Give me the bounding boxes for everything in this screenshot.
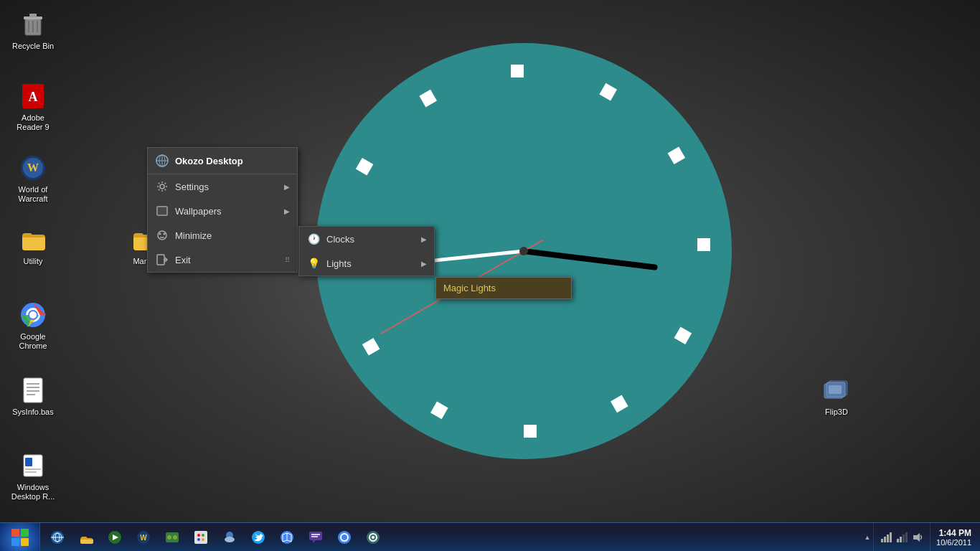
utility-folder-icon (19, 225, 47, 254)
svg-rect-2 (29, 14, 37, 17)
desktop: Recycle Bin A Adobe Reader 9 W World of … (0, 0, 980, 522)
svg-rect-58 (21, 529, 29, 537)
taskbar-clock[interactable]: 1:44 PM 10/6/2011 (930, 523, 977, 551)
menu-item-magic-lights[interactable]: Magic Lights (436, 278, 571, 298)
windesk-label: Windows Desktop R... (10, 483, 56, 501)
exit-grid-icon: ⠿ (285, 256, 290, 264)
clocks-label: Clocks (326, 234, 354, 245)
taskbar-chrome-taskbar-icon[interactable] (331, 524, 358, 550)
svg-point-73 (197, 534, 200, 537)
svg-rect-31 (697, 238, 710, 251)
svg-rect-27 (829, 385, 842, 394)
windesk-icon (19, 451, 47, 480)
svg-rect-55 (157, 255, 164, 265)
menu-title[interactable]: Okozo Desktop (148, 148, 297, 174)
menu-item-exit[interactable]: Exit ⠿ (148, 248, 297, 272)
svg-point-76 (202, 538, 204, 541)
svg-text:W: W (140, 534, 147, 542)
svg-point-14 (29, 311, 37, 319)
flip3d-icon (822, 376, 851, 405)
taskbar-media-icon[interactable] (101, 524, 128, 550)
svg-rect-39 (419, 90, 437, 108)
svg-marker-101 (913, 533, 920, 542)
minimize-icon (155, 228, 169, 242)
svg-point-74 (202, 534, 204, 537)
lights-icon: 💡 (306, 256, 321, 270)
desktop-icon-utility[interactable]: Utility (7, 222, 59, 269)
taskbar-maps-icon[interactable] (273, 524, 301, 550)
submenu-lights: Magic Lights (435, 277, 572, 299)
settings-arrow: ▶ (284, 183, 290, 191)
taskbar-quick-launch: W (40, 523, 390, 551)
desktop-icon-flip3d[interactable]: Flip3D (811, 373, 862, 420)
desktop-icon-windesk[interactable]: Windows Desktop R... (7, 448, 59, 504)
menu-item-lights[interactable]: 💡 Lights ▶ Magic Lights (299, 251, 434, 276)
taskbar-paint-icon[interactable] (187, 524, 215, 550)
taskbar-right: ▲ (862, 523, 980, 551)
sysinfo-label: SysInfo.bas (12, 408, 53, 417)
tray-network-icon[interactable] (895, 524, 908, 550)
svg-rect-32 (674, 326, 692, 344)
wow-icon: W (19, 154, 47, 182)
settings-icon (155, 179, 169, 194)
system-tray (873, 523, 930, 551)
svg-rect-94 (884, 537, 886, 542)
svg-rect-99 (903, 534, 905, 542)
exit-icon (155, 253, 169, 267)
chrome-icon (19, 301, 47, 329)
desktop-icon-sysinfo[interactable]: SysInfo.bas (7, 373, 59, 420)
okozo-globe-icon (155, 154, 169, 168)
svg-rect-97 (897, 539, 899, 542)
recycle-bin-icon (19, 10, 47, 39)
svg-point-43 (519, 247, 528, 255)
adobe-icon: A (19, 82, 47, 110)
svg-rect-15 (24, 378, 42, 402)
menu-item-settings[interactable]: Settings ▶ 🕐 Clocks ▶ 💡 Lights ▶ (148, 174, 297, 199)
taskbar-pinball-icon[interactable] (159, 524, 186, 550)
menu-item-minimize[interactable]: Minimize (148, 223, 297, 248)
tray-signal-icon[interactable] (880, 524, 892, 550)
desktop-icon-recycle-bin[interactable]: Recycle Bin (7, 7, 59, 54)
svg-line-40 (524, 194, 654, 324)
chrome-label: Google Chrome (10, 332, 56, 351)
wallpapers-label: Wallpapers (175, 206, 222, 217)
start-button[interactable] (0, 523, 40, 552)
desktop-icon-adobe[interactable]: A Adobe Reader 9 (7, 79, 59, 135)
svg-rect-34 (524, 425, 537, 438)
clocks-arrow: ▶ (421, 235, 427, 243)
menu-item-clocks[interactable]: 🕐 Clocks ▶ (299, 227, 434, 251)
taskbar-ie-icon[interactable] (44, 524, 71, 550)
taskbar-explorer-icon[interactable] (72, 524, 100, 550)
svg-text:W: W (27, 161, 39, 174)
taskbar-weather-icon[interactable] (216, 524, 243, 550)
magic-lights-label: Magic Lights (443, 283, 496, 293)
desktop-icon-wow[interactable]: W World of Warcraft (7, 151, 59, 207)
wallpapers-icon (155, 204, 169, 218)
svg-point-52 (159, 233, 161, 235)
taskbar-okozo-icon[interactable] (359, 524, 387, 550)
taskbar-twitter-icon[interactable] (245, 524, 272, 550)
svg-rect-38 (356, 158, 374, 176)
svg-rect-33 (611, 395, 628, 413)
minimize-label: Minimize (175, 230, 212, 241)
utility-label: Utility (24, 257, 43, 266)
svg-rect-57 (11, 529, 19, 537)
svg-rect-95 (887, 534, 889, 542)
svg-rect-83 (309, 532, 322, 540)
taskbar-time: 1:44 PM (939, 528, 971, 538)
tray-volume-icon[interactable] (911, 524, 924, 550)
menu-item-wallpapers[interactable]: Wallpapers ▶ (148, 199, 297, 223)
svg-point-51 (158, 231, 166, 240)
svg-rect-50 (157, 207, 167, 215)
desktop-icon-chrome[interactable]: Google Chrome (7, 298, 59, 354)
svg-rect-98 (900, 537, 902, 542)
tray-expand-button[interactable]: ▲ (862, 524, 873, 550)
taskbar-chat-icon[interactable] (302, 524, 329, 550)
taskbar-wow-icon[interactable]: W (130, 524, 157, 550)
adobe-label: Adobe Reader 9 (10, 113, 56, 132)
lights-arrow: ▶ (421, 260, 427, 268)
svg-point-53 (164, 233, 166, 235)
svg-rect-35 (430, 402, 448, 420)
svg-rect-72 (194, 531, 207, 544)
svg-point-48 (160, 184, 164, 189)
